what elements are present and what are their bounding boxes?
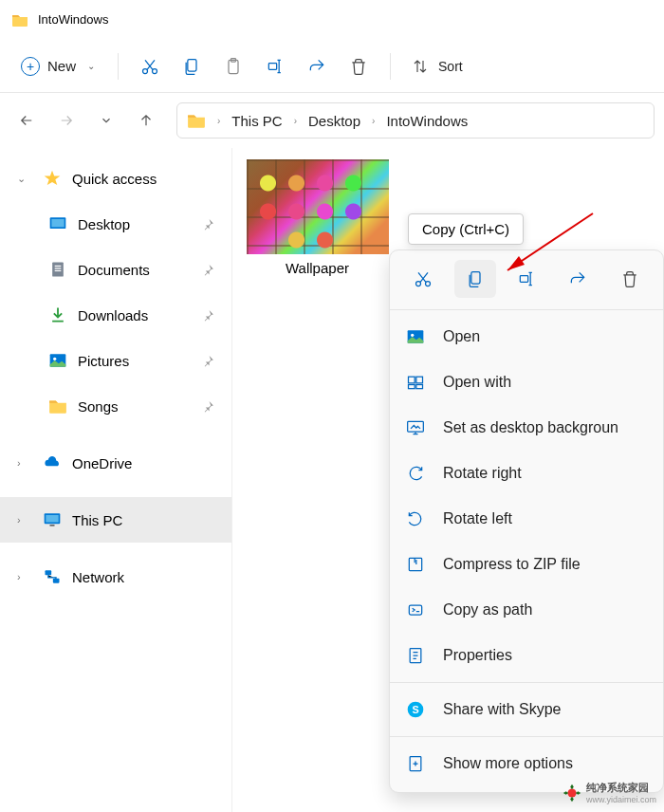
svg-rect-26 [409,377,415,383]
svg-point-25 [411,334,414,337]
chevron-right-icon: › [217,116,220,126]
chevron-right-icon: › [17,571,32,582]
label: Copy as path [443,601,532,618]
context-menu-rotate-right[interactable]: Rotate right [390,451,663,496]
divider [390,736,663,737]
context-menu-share-skype[interactable]: S Share with Skype [390,687,663,732]
sidebar-item-songs[interactable]: Songs [0,383,231,429]
sort-button[interactable]: Sort [402,51,472,82]
label: Songs [78,398,119,415]
svg-point-21 [426,282,431,286]
breadcrumb-item[interactable]: IntoWindows [386,113,468,129]
context-menu-rotate-left[interactable]: Rotate left [390,496,663,542]
context-menu-copy-path[interactable]: Copy as path [390,587,663,633]
context-menu-open-with[interactable]: Open with [390,360,663,405]
monitor-icon [42,509,63,530]
pictures-icon [47,350,68,371]
sidebar-item-desktop[interactable]: Desktop [0,201,231,247]
copy-path-icon [405,600,426,620]
label: Documents [78,262,150,278]
copy-button[interactable] [454,260,496,298]
new-button[interactable]: + New ⌄ [9,50,106,83]
delete-button[interactable] [339,46,378,86]
desktop-icon [405,417,426,438]
up-button[interactable] [129,103,163,138]
onedrive-icon [42,452,63,473]
plus-circle-icon: + [21,57,40,76]
svg-rect-2 [188,59,196,71]
svg-rect-22 [470,272,479,285]
recent-dropdown[interactable] [89,103,123,138]
zip-icon [405,554,426,575]
divider [118,53,119,80]
label: Network [72,569,124,585]
chevron-right-icon: › [17,457,32,469]
sort-label: Sort [438,59,463,74]
tooltip-text: Copy (Ctrl+C) [422,221,509,237]
copy-button[interactable] [172,46,212,86]
folder-icon [47,396,68,416]
svg-point-1 [153,68,157,73]
sidebar-network[interactable]: › Network [0,554,231,600]
svg-rect-29 [416,385,423,389]
watermark-text2: www.yidaimei.com [586,795,656,804]
image-icon [405,326,426,347]
rotate-right-icon [405,463,426,484]
svg-rect-31 [409,558,421,570]
sidebar-item-documents[interactable]: Documents [0,247,231,292]
delete-button[interactable] [609,260,651,298]
svg-point-0 [143,68,148,73]
cut-button[interactable] [130,46,170,86]
label: Show more options [443,755,573,772]
pin-icon [202,400,214,413]
file-tile[interactable]: Wallpaper [244,159,391,280]
new-label: New [47,58,76,74]
back-button[interactable] [9,103,44,138]
tooltip: Copy (Ctrl+C) [408,213,524,245]
sidebar-item-downloads[interactable]: Downloads [0,292,231,338]
forward-button[interactable] [49,103,83,138]
label: Pictures [78,353,129,369]
label: Open with [443,374,511,391]
sidebar-onedrive[interactable]: › OneDrive [0,440,231,486]
svg-point-20 [416,282,421,286]
label: Properties [443,647,512,664]
breadcrumb[interactable]: › This PC › Desktop › IntoWindows [176,102,655,138]
svg-rect-7 [51,219,64,227]
divider [390,682,663,683]
context-menu-open[interactable]: Open [390,314,663,360]
label: Downloads [78,307,148,323]
label: Rotate left [443,510,512,527]
svg-rect-11 [55,270,62,271]
svg-rect-15 [46,515,58,523]
properties-icon [405,645,426,666]
downloads-icon [47,304,68,325]
rename-button[interactable] [255,46,295,86]
window-title: IntoWindows [38,12,108,27]
cut-button[interactable] [402,260,444,298]
svg-point-13 [53,358,56,360]
sidebar-item-pictures[interactable]: Pictures [0,338,231,383]
context-menu-compress-zip[interactable]: Compress to ZIP file [390,542,663,587]
share-button[interactable] [297,46,337,86]
open-with-icon [405,372,426,393]
label: Desktop [78,216,130,232]
sidebar-thispc[interactable]: › This PC [0,497,231,543]
context-menu-properties[interactable]: Properties [390,633,663,678]
rotate-left-icon [405,508,426,529]
show-more-icon [405,753,426,774]
sidebar-quick-access[interactable]: ⌄ Quick access [0,156,231,201]
breadcrumb-item[interactable]: Desktop [308,113,360,129]
context-menu-show-more[interactable]: Show more options [390,741,663,786]
documents-icon [47,259,68,280]
svg-rect-18 [53,579,60,583]
titlebar: IntoWindows [0,0,664,40]
paste-button[interactable] [213,46,253,86]
label: OneDrive [72,455,132,471]
pin-icon [202,218,214,231]
breadcrumb-item[interactable]: This PC [231,113,282,129]
navigation-bar: › This PC › Desktop › IntoWindows [0,93,664,148]
svg-rect-28 [409,385,415,389]
context-menu-set-desktop-bg[interactable]: Set as desktop backgroun [390,405,663,451]
toolbar: + New ⌄ Sort [0,40,664,93]
